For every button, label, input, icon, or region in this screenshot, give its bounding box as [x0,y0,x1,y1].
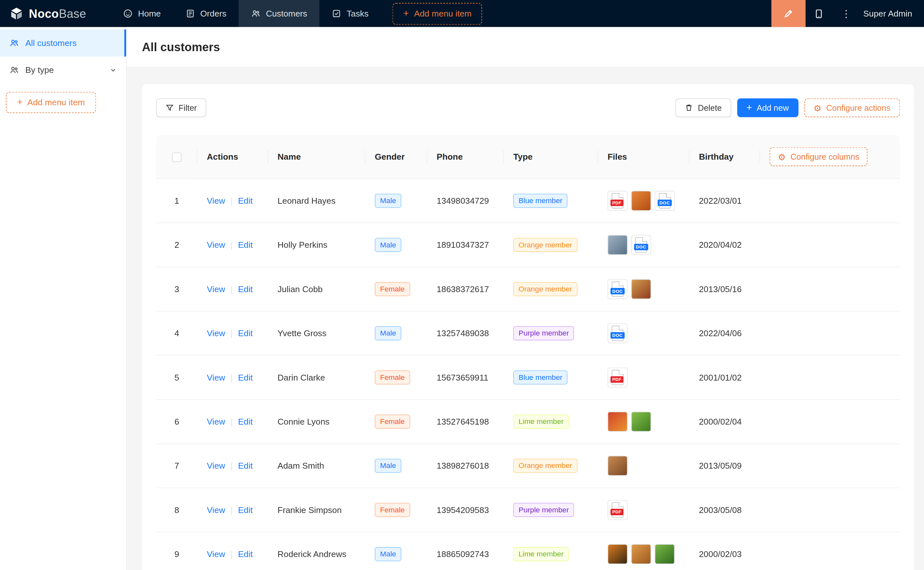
view-link[interactable]: View [207,505,225,515]
nav-item-tasks[interactable]: Tasks [320,0,381,27]
view-link[interactable]: View [207,284,225,294]
tag-male: Male [375,458,401,473]
view-link[interactable]: View [207,549,225,559]
file-thumbnail[interactable]: DOC [607,323,628,343]
ui-editor-button[interactable] [771,0,805,27]
configure-columns-button[interactable]: ⚙ Configure columns [770,147,867,166]
gender-cell: Female [365,400,427,444]
tablet-icon [814,8,824,18]
page-header: All customers [127,27,924,67]
gender-cell: Male [365,532,427,570]
phone-cell: 15673659911 [427,355,504,400]
link-divider: | [231,461,233,470]
brand-name: NocoBase [29,7,86,20]
main-content: All customers Filter [127,27,924,570]
name-cell: Leonard Hayes [268,179,365,223]
sidebar-add-menu-item-button[interactable]: + Add menu item [6,92,96,113]
file-thumbnail[interactable]: DOC [607,279,628,299]
edit-link[interactable]: Edit [238,240,252,250]
column-header-configure: ⚙ Configure columns [760,135,900,179]
sidebar-item-by-type[interactable]: By type [0,57,126,84]
column-header-type: Type [504,135,598,179]
table-body: 1View|EditLeonard HayesMale13498034729Bl… [156,179,900,570]
file-thumbnail[interactable]: PDF [607,191,628,211]
image-thumbnail[interactable] [607,456,628,476]
file-thumbnail[interactable]: PDF [607,368,628,388]
configure-column-cell [760,400,900,444]
select-all-checkbox[interactable] [172,152,181,162]
row-index-cell: 1 [156,179,197,223]
image-thumbnail[interactable] [631,279,651,299]
user-menu[interactable]: Super Admin [860,9,924,18]
edit-link[interactable]: Edit [238,373,252,382]
view-link[interactable]: View [207,417,225,426]
view-link[interactable]: View [207,196,225,205]
add-new-button[interactable]: + Add new [737,98,798,117]
configure-column-cell [760,223,900,267]
delete-button[interactable]: Delete [676,98,732,117]
image-thumbnail[interactable] [631,544,651,564]
view-link[interactable]: View [207,461,225,470]
mobile-preview-button[interactable] [806,0,833,27]
type-cell: Purple member [504,311,598,355]
view-link[interactable]: View [207,240,225,250]
edit-link[interactable]: Edit [238,505,252,515]
nav-item-label: Customers [266,9,307,18]
doc-file-icon: DOC [612,282,623,297]
nav-item-home[interactable]: Home [111,0,173,27]
column-header-files: Files [598,135,690,179]
table-row: 9View|EditRoderick AndrewsMale1886509274… [156,532,900,570]
more-menu-button[interactable]: ⋮ [833,0,860,27]
edit-link[interactable]: Edit [238,284,252,294]
edit-link[interactable]: Edit [238,461,252,470]
type-cell: Orange member [504,444,598,488]
gender-cell: Female [365,355,427,400]
sidebar-item-all-customers[interactable]: All customers [0,29,126,57]
tag-orange-member: Orange member [513,238,577,252]
edit-link[interactable]: Edit [238,549,252,559]
page-title: All customers [142,40,909,54]
file-thumbnail[interactable]: DOC [631,235,651,255]
view-link[interactable]: View [207,329,225,338]
image-thumbnail[interactable] [607,544,628,564]
nav-item-orders[interactable]: Orders [173,0,238,27]
pdf-file-icon: PDF [612,502,623,518]
row-actions-cell: View|Edit [197,444,268,488]
nav-item-customers[interactable]: Customers [239,0,320,27]
phone-cell: 18865092743 [427,532,504,570]
tag-blue-member: Blue member [513,371,568,385]
link-divider: | [231,240,233,250]
chevron-down-icon [109,66,117,74]
column-header-phone: Phone [427,135,504,179]
configure-actions-button[interactable]: ⚙ Configure actions [804,98,900,117]
edit-link[interactable]: Edit [238,417,252,426]
image-thumbnail[interactable] [607,235,628,255]
tag-male: Male [375,547,401,561]
birthday-cell: 2003/05/08 [690,488,760,532]
phone-cell: 13954209583 [427,488,504,532]
image-thumbnail[interactable] [607,412,628,432]
name-cell: Darin Clarke [268,355,365,400]
row-index-cell: 8 [156,488,197,532]
image-thumbnail[interactable] [655,544,675,564]
nav-item-label: Orders [200,9,227,18]
brand-logo[interactable]: NocoBase [0,6,95,21]
pdf-file-icon: PDF [612,370,623,385]
edit-link[interactable]: Edit [238,196,252,205]
view-link[interactable]: View [207,373,225,382]
edit-link[interactable]: Edit [238,329,252,338]
tag-female: Female [375,503,410,517]
image-thumbnail[interactable] [631,191,651,211]
column-header-actions: Actions [197,135,268,179]
row-actions-cell: View|Edit [197,488,268,532]
file-thumbnail[interactable]: PDF [607,500,628,520]
gender-cell: Female [365,267,427,311]
files-cell [598,444,690,488]
table-row: 5View|EditDarin ClarkeFemale15673659911B… [156,355,900,400]
type-cell: Orange member [504,223,598,267]
file-thumbnail[interactable]: DOC [655,191,675,211]
filter-button[interactable]: Filter [156,98,206,117]
image-thumbnail[interactable] [631,412,651,432]
type-cell: Blue member [504,355,598,400]
navbar-add-menu-item-button[interactable]: + Add menu item [393,3,482,24]
